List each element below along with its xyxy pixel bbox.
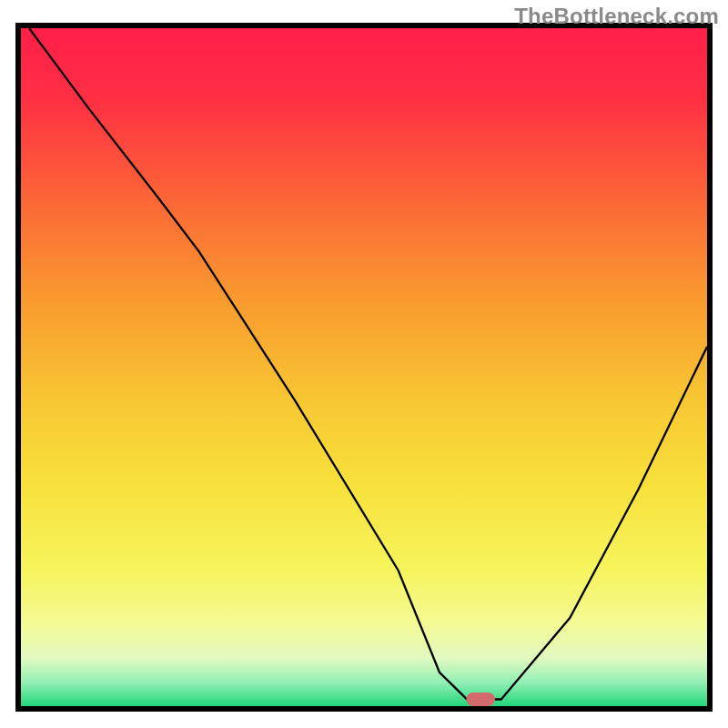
optimum-marker xyxy=(466,693,495,706)
gradient-background xyxy=(21,28,707,706)
chart-container: TheBottleneck.com xyxy=(0,0,728,728)
bottleneck-chart xyxy=(0,0,728,728)
watermark-text: TheBottleneck.com xyxy=(514,4,719,29)
